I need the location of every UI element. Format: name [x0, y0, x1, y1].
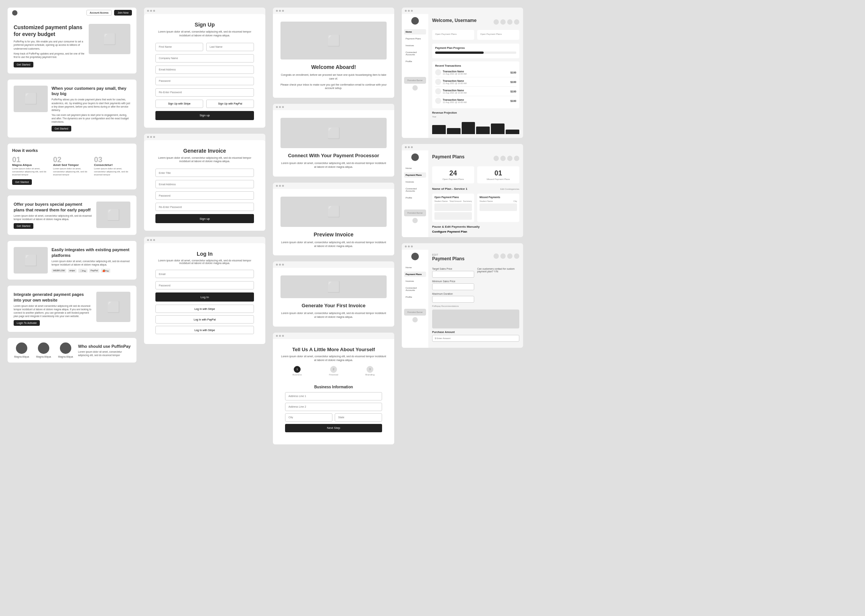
trans-name-1: Transaction Name: [443, 70, 510, 73]
edit-sidebar-plans[interactable]: Payment Plans: [404, 272, 426, 277]
offer-cta[interactable]: Get Started: [14, 223, 33, 229]
dash-icon-2[interactable]: [500, 19, 506, 25]
signup-company[interactable]: [155, 54, 254, 63]
gen-password[interactable]: [155, 191, 254, 200]
dot1: [276, 185, 278, 187]
login-paypal-btn[interactable]: Log In with PayPal: [155, 315, 254, 324]
recommendation-text: Puffinpay Recommendations: [432, 305, 474, 307]
trans-name-2: Transaction Name: [443, 80, 510, 82]
target-price-input[interactable]: [432, 271, 474, 278]
step3-title: Consectetur!: [94, 163, 132, 167]
integrate-text: Easily integrates with existing payment …: [52, 247, 131, 273]
plans-sidebar-profile[interactable]: Profile: [404, 195, 426, 200]
plans-icon-1[interactable]: [493, 156, 499, 161]
signup-stripe-btn[interactable]: Sign Up with Stripe: [155, 100, 203, 108]
edit-title-group: EDIT Payment Plans: [432, 253, 464, 264]
open-plans-col: Open Payment Plans Student Name Total Am…: [432, 193, 474, 222]
plans-sidebar-plans[interactable]: Payment Plans: [404, 172, 426, 178]
nav-actions: Account Access Join Now: [87, 10, 132, 16]
hero-cta[interactable]: Get Started: [14, 62, 33, 68]
canvas: Account Access Join Now Customized payme…: [0, 0, 865, 616]
edit-icon-1[interactable]: [493, 253, 499, 259]
biz-city[interactable]: [285, 413, 332, 422]
gen-confirm[interactable]: [155, 203, 254, 211]
gen-title-field[interactable]: [155, 168, 254, 177]
edit-sidebar-home[interactable]: Home: [404, 265, 426, 270]
trans-name-4: Transaction Name: [443, 99, 510, 101]
plans-sidebar-home[interactable]: Home: [404, 165, 426, 171]
signup-confirm[interactable]: [155, 88, 254, 97]
signup-submit-btn[interactable]: Sign up: [155, 111, 254, 120]
account-access-btn[interactable]: Account Access: [87, 10, 112, 16]
connect-title: Connect With Your Payment Processor: [280, 153, 387, 158]
login-email[interactable]: [155, 270, 254, 278]
login-password[interactable]: [155, 281, 254, 289]
sidebar-home[interactable]: Home: [404, 29, 426, 35]
edit-right-col: Can customers contact for custom payment…: [477, 267, 519, 307]
plans-sidebar-connected[interactable]: Connected Accounts: [404, 186, 426, 193]
plans-icon-2[interactable]: [500, 156, 506, 161]
plan-edit-link[interactable]: Edit Contingencies: [500, 188, 519, 190]
configure-link[interactable]: Configure Payment Plan: [432, 230, 519, 233]
edit-sidebar-invoices[interactable]: Invoices: [404, 278, 426, 284]
biz-address2[interactable]: [285, 403, 382, 411]
signup-subtitle: Lorem ipsum dolor sit amet, consectetur …: [155, 30, 254, 38]
preview-desc: Lorem ipsum dolor sit amet, consectetur …: [280, 240, 387, 248]
login-stripe-btn[interactable]: Log In with Stripe: [155, 305, 254, 313]
purchase-amount-input[interactable]: [432, 335, 519, 342]
how-cta[interactable]: Get Started: [12, 179, 32, 185]
card-title-open1: Open Payment Plans: [435, 33, 471, 35]
dash-icon-4[interactable]: [514, 19, 519, 25]
signup-email[interactable]: [155, 66, 254, 74]
edit-icon-3[interactable]: [507, 253, 512, 259]
join-now-btn[interactable]: Join Now: [114, 10, 132, 16]
signup-password[interactable]: [155, 77, 254, 85]
dash-icon-1[interactable]: [493, 19, 499, 25]
gen-first-content: Generate Your First Invoice Lorem ipsum …: [273, 268, 394, 327]
sidebar-invoices[interactable]: Invoices: [404, 43, 426, 48]
sidebar-profile[interactable]: Profile: [404, 59, 426, 64]
promo-dot-edit: [413, 317, 418, 322]
edit-form-layout: Target Sales Price Minimum Sales Price M…: [432, 267, 519, 307]
dash-icon-3[interactable]: [507, 19, 512, 25]
integrate-web-cta[interactable]: Login To Activate: [14, 320, 40, 326]
max-duration-input[interactable]: [432, 296, 474, 303]
edit-promo-banner: [432, 310, 519, 328]
dot2: [279, 264, 281, 266]
sidebar-logo-plans: [411, 154, 419, 161]
edit-sidebar-connected[interactable]: Connected Accounts: [404, 285, 426, 293]
sidebar-connected-accounts[interactable]: Connected Accounts: [404, 50, 426, 57]
next-step-btn[interactable]: Next Step: [285, 424, 382, 432]
signup-firstname[interactable]: [155, 43, 203, 51]
edit-sidebar-profile[interactable]: Profile: [404, 294, 426, 300]
payment-plans-frame: Home Payment Plans Invoices Connected Ac…: [402, 144, 523, 237]
dot1: [276, 264, 278, 266]
frame-dots-connect: [273, 104, 394, 110]
min-price-input[interactable]: [432, 283, 474, 290]
dot2: [150, 239, 152, 241]
open-col-extra: Summary: [463, 200, 472, 202]
biz-state[interactable]: [335, 413, 382, 422]
gen-email[interactable]: [155, 180, 254, 188]
edit-icon-2[interactable]: [500, 253, 506, 259]
edit-icon-4[interactable]: [514, 253, 519, 259]
avatar-label-1: Magna Aliqua: [12, 355, 31, 358]
missed-col-amount: City: [514, 200, 517, 202]
when-cta[interactable]: Get Started: [52, 126, 71, 132]
plans-sidebar-invoices[interactable]: Invoices: [404, 179, 426, 184]
who-text: Who should use PuffinPay Lorem ipsum dol…: [78, 344, 132, 357]
gen-submit-btn[interactable]: Sign up: [155, 214, 254, 223]
biz-address1[interactable]: [285, 392, 382, 401]
target-price-label: Target Sales Price: [432, 267, 474, 270]
signup-paypal-btn[interactable]: Sign Up with PayPal: [206, 100, 254, 108]
plans-icon-3[interactable]: [507, 156, 512, 161]
plans-icon-4[interactable]: [514, 156, 519, 161]
login-google-btn[interactable]: Log In with Stripe: [155, 326, 254, 334]
purchase-section: Purchase Amount: [432, 331, 519, 344]
frame-dots-invoice: [144, 134, 265, 140]
logo-gpay: ⬜Pay: [78, 269, 88, 273]
login-submit-btn[interactable]: Log In: [155, 292, 254, 302]
sidebar-payment-plans[interactable]: Payment Plans: [404, 36, 426, 41]
signup-lastname[interactable]: [206, 43, 254, 51]
biz-form-title: Business Information: [285, 385, 382, 389]
